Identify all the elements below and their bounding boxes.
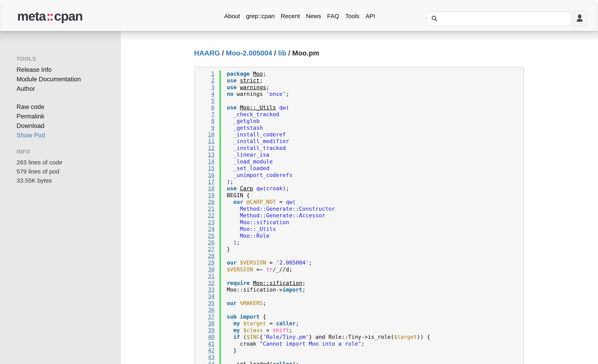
module-link[interactable]: Carp bbox=[240, 185, 253, 191]
line-number-link[interactable]: 16 bbox=[195, 172, 217, 178]
line-number-link[interactable]: 27 bbox=[195, 246, 217, 252]
nav-link-recent[interactable]: Recent bbox=[281, 13, 300, 20]
line-number-link[interactable]: 41 bbox=[195, 340, 217, 347]
breadcrumb-moo-2-005004[interactable]: Moo-2.005004 bbox=[226, 49, 272, 57]
nav-link-api[interactable]: API bbox=[365, 13, 375, 20]
gutter-bar bbox=[219, 91, 221, 97]
code-token: _install_modifier bbox=[233, 138, 289, 144]
line-number-link[interactable]: 34 bbox=[195, 293, 217, 300]
line-number-link[interactable]: 3 bbox=[195, 84, 217, 91]
sidebar-item-show-pod[interactable]: Show Pod bbox=[17, 131, 121, 140]
line-number-link[interactable]: 7 bbox=[195, 111, 217, 118]
line-number-link[interactable]: 26 bbox=[195, 239, 217, 246]
line-number-link[interactable]: 39 bbox=[195, 327, 217, 333]
nav-link-tools[interactable]: Tools bbox=[345, 13, 359, 20]
line-number-link[interactable]: 29 bbox=[195, 259, 217, 266]
nav-link-faq[interactable]: FAQ bbox=[327, 13, 339, 20]
sidebar-item-author[interactable]: Author bbox=[17, 84, 121, 93]
code-line: 15 _set_loaded bbox=[195, 165, 523, 172]
module-link[interactable]: Moo::sification bbox=[253, 280, 302, 286]
gutter-bar bbox=[219, 172, 221, 178]
code-token: shift bbox=[273, 327, 289, 333]
code-line: 33Moo::sification->import; bbox=[195, 286, 523, 293]
line-number-link[interactable]: 5 bbox=[195, 98, 217, 104]
line-number-link[interactable]: 21 bbox=[195, 205, 217, 212]
line-number-link[interactable]: 30 bbox=[195, 266, 217, 273]
code-line: 23 Moo::sification bbox=[195, 219, 523, 226]
code-line: 7 _check_tracked bbox=[195, 111, 523, 118]
logo-cpan: cpan bbox=[54, 9, 83, 24]
code-token: import bbox=[282, 287, 302, 293]
metacpan-logo[interactable]: meta::cpan bbox=[17, 1, 83, 31]
code-token: ; bbox=[309, 259, 312, 266]
user-account-button[interactable] bbox=[573, 10, 587, 26]
line-number-link[interactable]: 6 bbox=[195, 104, 217, 111]
line-number-link[interactable]: 32 bbox=[195, 280, 217, 286]
sidebar-item-module-documentation[interactable]: Module Documentation bbox=[17, 74, 121, 84]
module-link[interactable]: Moo::_Utils bbox=[240, 104, 276, 111]
line-number-link[interactable]: 31 bbox=[195, 273, 217, 280]
line-number-link[interactable]: 42 bbox=[195, 347, 217, 354]
line-number-link[interactable]: 9 bbox=[195, 124, 217, 131]
line-number-link[interactable]: 22 bbox=[195, 212, 217, 219]
code-line-content: our $VERSION = '2.005004'; bbox=[221, 259, 523, 266]
sidebar-item-download[interactable]: Download bbox=[17, 121, 121, 131]
line-number-link[interactable]: 8 bbox=[195, 118, 217, 124]
line-number-link[interactable]: 18 bbox=[195, 185, 217, 192]
line-number-link[interactable]: 13 bbox=[195, 151, 217, 158]
breadcrumb-haarg[interactable]: HAARG bbox=[194, 49, 220, 57]
line-number-link[interactable]: 19 bbox=[195, 192, 217, 199]
nav-link-about[interactable]: About bbox=[224, 13, 240, 20]
line-number-link[interactable]: 24 bbox=[195, 226, 217, 232]
module-link[interactable]: warnings bbox=[240, 84, 266, 91]
code-token: ; bbox=[286, 91, 289, 97]
line-number-link[interactable]: 2 bbox=[195, 77, 217, 84]
line-number-link[interactable]: 43 bbox=[195, 354, 217, 360]
gutter-bar bbox=[219, 151, 221, 158]
main-nav: Aboutgrep::cpanRecentNewsFAQToolsAPI bbox=[224, 1, 375, 31]
line-number-link[interactable]: 4 bbox=[195, 91, 217, 97]
code-token bbox=[227, 158, 233, 165]
code-token: _getstash bbox=[233, 125, 263, 131]
nav-link-grep-cpan[interactable]: grep::cpan bbox=[246, 13, 274, 20]
line-number-link[interactable]: 44 bbox=[195, 361, 217, 364]
code-line-content: Method::Generate::Constructor bbox=[221, 205, 523, 212]
line-number-link[interactable]: 40 bbox=[195, 333, 217, 340]
code-line-content: Moo::sification->import; bbox=[221, 286, 523, 293]
line-number-link[interactable]: 23 bbox=[195, 219, 217, 226]
line-number-link[interactable]: 25 bbox=[195, 232, 217, 239]
code-line: 11 _install_modifier bbox=[195, 138, 523, 144]
code-token: =~ bbox=[253, 266, 266, 273]
line-number-link[interactable]: 28 bbox=[195, 253, 217, 259]
line-number-link[interactable]: 20 bbox=[195, 199, 217, 205]
module-link[interactable]: Moo bbox=[253, 71, 263, 77]
breadcrumb-lib[interactable]: lib bbox=[278, 49, 286, 57]
code-token: caller bbox=[276, 320, 296, 326]
line-number-link[interactable]: 1 bbox=[195, 70, 217, 77]
line-number-link[interactable]: 35 bbox=[195, 300, 217, 306]
line-number-link[interactable]: 12 bbox=[195, 145, 217, 151]
code-line: 25 Moo::Role bbox=[195, 232, 523, 239]
code-token: 'once' bbox=[266, 91, 286, 97]
line-number-link[interactable]: 10 bbox=[195, 131, 217, 138]
line-number-link[interactable]: 15 bbox=[195, 165, 217, 172]
sidebar-item-raw-code[interactable]: Raw code bbox=[17, 102, 121, 112]
module-link[interactable]: strict bbox=[240, 77, 260, 83]
line-number-link[interactable]: 38 bbox=[195, 320, 217, 327]
line-number-link[interactable]: 17 bbox=[195, 178, 217, 185]
code-token bbox=[227, 212, 240, 218]
code-token: use bbox=[227, 104, 237, 111]
sidebar-item-release-info[interactable]: Release Info bbox=[17, 65, 121, 74]
line-number-link[interactable]: 14 bbox=[195, 158, 217, 165]
line-number-link[interactable]: 36 bbox=[195, 306, 217, 313]
code-token: = bbox=[263, 327, 273, 333]
sidebar-item-permalink[interactable]: Permalink bbox=[17, 112, 121, 121]
line-number-link[interactable]: 37 bbox=[195, 313, 217, 320]
search-input[interactable] bbox=[438, 12, 571, 25]
gutter-bar bbox=[219, 77, 221, 84]
code-line: 3use warnings; bbox=[195, 84, 523, 91]
code-token bbox=[227, 239, 233, 246]
line-number-link[interactable]: 11 bbox=[195, 138, 217, 144]
nav-link-news[interactable]: News bbox=[306, 13, 321, 20]
line-number-link[interactable]: 33 bbox=[195, 286, 217, 293]
